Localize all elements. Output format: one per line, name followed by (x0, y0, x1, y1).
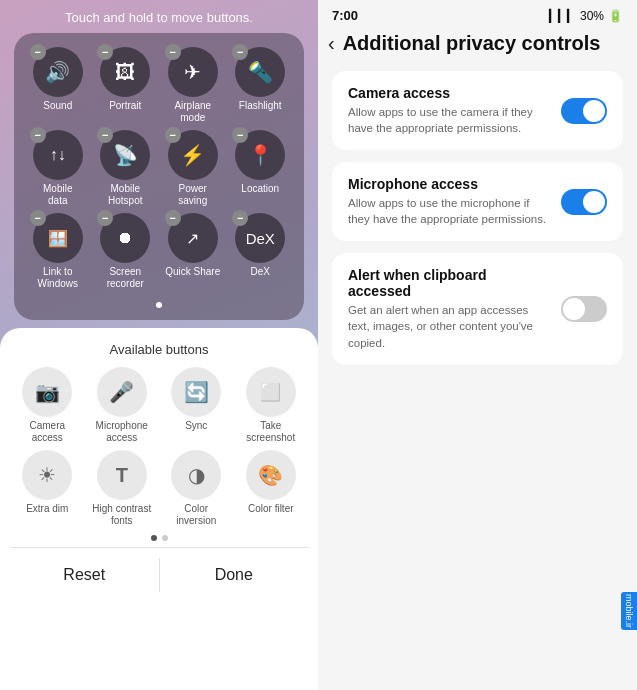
avail-camera-label: Cameraaccess (29, 420, 65, 444)
qs-row-3: − 🪟 Link toWindows − ⏺ Screenrecorder − … (24, 213, 294, 290)
qs-quick-share-label: Quick Share (165, 266, 220, 278)
qs-row-1: − 🔊 Sound − 🖼 Portrait − ✈ Airplanemode (24, 47, 294, 124)
avail-camera-icon: 📷 (35, 380, 60, 404)
avail-camera[interactable]: 📷 Cameraaccess (16, 367, 78, 444)
hotspot-icon: 📡 (113, 143, 138, 167)
avail-dot-1 (151, 535, 157, 541)
minus-badge: − (165, 44, 181, 60)
microphone-toggle-knob (583, 191, 605, 213)
minus-badge: − (232, 127, 248, 143)
avail-color-filter-label: Color filter (248, 503, 294, 515)
camera-setting-title: Camera access (348, 85, 551, 101)
camera-toggle-knob (583, 100, 605, 122)
clipboard-setting-item: Alert when clipboard accessed Get an ale… (332, 253, 623, 364)
microphone-setting-item: Microphone access Allow apps to use the … (332, 162, 623, 241)
battery-text: 30% (580, 9, 604, 23)
camera-setting-text: Camera access Allow apps to use the came… (348, 85, 561, 136)
back-button[interactable]: ‹ (328, 32, 335, 55)
microphone-toggle[interactable] (561, 189, 607, 215)
qs-hotspot-label: MobileHotspot (108, 183, 142, 207)
avail-extra-dim-label: Extra dim (26, 503, 68, 515)
status-bar: 7:00 ▎▎▎ 30% 🔋 (318, 0, 637, 27)
avail-screenshot-label: Takescreenshot (246, 420, 295, 444)
qs-portrait[interactable]: − 🖼 Portrait (94, 47, 156, 124)
location-icon: 📍 (248, 143, 273, 167)
qs-flashlight[interactable]: − 🔦 Flashlight (229, 47, 291, 124)
qs-quick-share[interactable]: − ↗ Quick Share (162, 213, 224, 290)
status-icons: ▎▎▎ 30% 🔋 (549, 9, 623, 23)
clipboard-toggle[interactable] (561, 296, 607, 322)
qs-sound-label: Sound (43, 100, 72, 112)
battery-icon: 🔋 (608, 9, 623, 23)
avail-color-filter[interactable]: 🎨 Color filter (240, 450, 302, 527)
clipboard-setting-desc: Get an alert when an app accesses text, … (348, 302, 551, 350)
avail-sync-label: Sync (185, 420, 207, 432)
camera-setting-desc: Allow apps to use the camera if they hav… (348, 104, 551, 136)
camera-setting-item: Camera access Allow apps to use the came… (332, 71, 623, 150)
avail-color-inversion-label: Colorinversion (176, 503, 216, 527)
reset-button[interactable]: Reset (10, 548, 159, 602)
avail-row-1: 📷 Cameraaccess 🎤 Microphoneaccess 🔄 Sync… (10, 367, 308, 444)
qs-location-label: Location (241, 183, 279, 195)
qs-dots (24, 302, 294, 308)
camera-toggle[interactable] (561, 98, 607, 124)
qs-screen-recorder[interactable]: − ⏺ Screenrecorder (94, 213, 156, 290)
minus-badge: − (165, 127, 181, 143)
dex-icon: DeX (246, 230, 275, 247)
minus-badge: − (30, 210, 46, 226)
qs-location[interactable]: − 📍 Location (229, 130, 291, 207)
minus-badge: − (97, 210, 113, 226)
avail-extra-dim-icon: ☀ (38, 463, 56, 487)
header-row: ‹ Additional privacy controls (318, 27, 637, 65)
done-button[interactable]: Done (160, 548, 309, 602)
clipboard-setting-text: Alert when clipboard accessed Get an ale… (348, 267, 561, 350)
sound-icon: 🔊 (45, 60, 70, 84)
watermark: mobile.ir (621, 592, 637, 630)
minus-badge: − (165, 210, 181, 226)
qs-sound[interactable]: − 🔊 Sound (27, 47, 89, 124)
avail-microphone[interactable]: 🎤 Microphoneaccess (91, 367, 153, 444)
qs-mobile-data-label: Mobiledata (43, 183, 72, 207)
avail-color-inversion[interactable]: ◑ Colorinversion (165, 450, 227, 527)
avail-screenshot-icon: ⬜ (260, 382, 281, 403)
avail-screenshot[interactable]: ⬜ Takescreenshot (240, 367, 302, 444)
avail-sync[interactable]: 🔄 Sync (165, 367, 227, 444)
touch-hint: Touch and hold to move buttons. (65, 10, 253, 25)
avail-dots (10, 535, 308, 541)
minus-badge: − (97, 127, 113, 143)
qs-mobile-data[interactable]: − ↑↓ Mobiledata (27, 130, 89, 207)
avail-high-contrast[interactable]: T High contrastfonts (91, 450, 153, 527)
minus-badge: − (97, 44, 113, 60)
signal-icon: ▎▎▎ (549, 9, 576, 23)
microphone-setting-desc: Allow apps to use the microphone if they… (348, 195, 551, 227)
powersave-icon: ⚡ (180, 143, 205, 167)
avail-section: Available buttons 📷 Cameraaccess 🎤 Micro… (0, 328, 318, 690)
qs-airplane-label: Airplanemode (174, 100, 211, 124)
microphone-setting-title: Microphone access (348, 176, 551, 192)
avail-high-contrast-label: High contrastfonts (92, 503, 151, 527)
portrait-icon: 🖼 (115, 61, 135, 84)
quick-share-icon: ↗ (186, 229, 199, 248)
left-panel: Touch and hold to move buttons. − 🔊 Soun… (0, 0, 318, 690)
qs-airplane[interactable]: − ✈ Airplanemode (162, 47, 224, 124)
page-title: Additional privacy controls (343, 31, 601, 55)
qs-hotspot[interactable]: − 📡 MobileHotspot (94, 130, 156, 207)
screen-recorder-icon: ⏺ (117, 229, 133, 247)
minus-badge: − (232, 44, 248, 60)
avail-color-inversion-icon: ◑ (188, 463, 205, 487)
qs-powersave[interactable]: − ⚡ Powersaving (162, 130, 224, 207)
avail-microphone-label: Microphoneaccess (96, 420, 148, 444)
avail-extra-dim[interactable]: ☀ Extra dim (16, 450, 78, 527)
flashlight-icon: 🔦 (248, 60, 273, 84)
avail-color-filter-icon: 🎨 (258, 463, 283, 487)
qs-screen-recorder-label: Screenrecorder (107, 266, 144, 290)
avail-dot-2 (162, 535, 168, 541)
qs-link-windows[interactable]: − 🪟 Link toWindows (27, 213, 89, 290)
minus-badge: − (232, 210, 248, 226)
status-time: 7:00 (332, 8, 358, 23)
qs-flashlight-label: Flashlight (239, 100, 282, 112)
avail-row-2: ☀ Extra dim T High contrastfonts ◑ Color… (10, 450, 308, 527)
bottom-bar: Reset Done (10, 547, 308, 602)
qs-dex[interactable]: − DeX DeX (229, 213, 291, 290)
minus-badge: − (30, 127, 46, 143)
